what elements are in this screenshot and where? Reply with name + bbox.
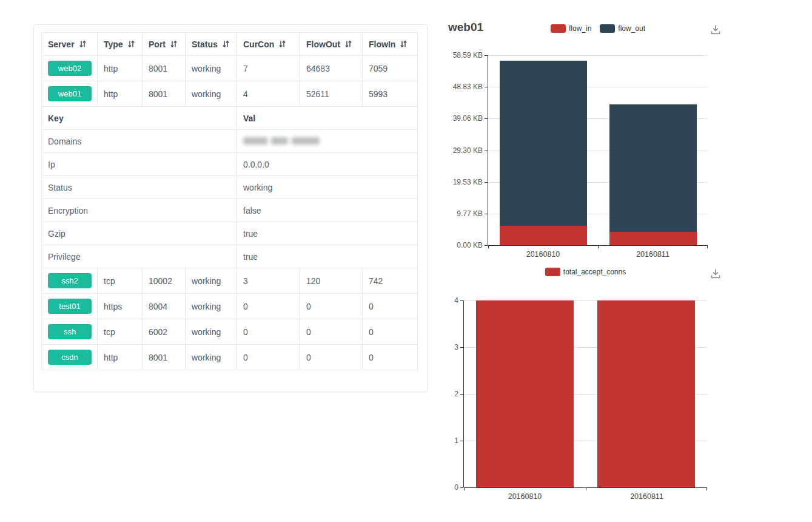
- cell-flowin: 742: [363, 268, 418, 294]
- sort-up-down-icon: [278, 40, 286, 48]
- cell-curcon: 0: [237, 345, 300, 370]
- table-header-row: ServerTypePortStatusCurConFlowOutFlowIn: [42, 33, 418, 56]
- cell-port: 8001: [143, 81, 186, 107]
- x-axis-tick: [464, 487, 465, 490]
- servers-table: ServerTypePortStatusCurConFlowOutFlowIn …: [41, 32, 418, 370]
- column-header-status[interactable]: Status: [186, 33, 237, 56]
- kv-row-domains: Domains: [42, 130, 418, 153]
- column-label: Type: [104, 39, 123, 49]
- cell-status: working: [186, 81, 237, 107]
- y-tick-label: 58.59 KB: [432, 51, 483, 59]
- sort-up-down-icon: [344, 40, 352, 48]
- kv-val: true: [237, 245, 418, 268]
- cell-curcon: 0: [237, 294, 300, 319]
- kv-key: Domains: [42, 130, 237, 153]
- cell-flowout: 52611: [300, 81, 363, 107]
- kv-val: [237, 130, 418, 153]
- y-tick-label: 1: [408, 436, 458, 445]
- server-badge[interactable]: web01: [48, 86, 92, 101]
- y-axis-tick: [460, 487, 463, 488]
- server-cell: ssh: [42, 319, 98, 345]
- kv-key: Encryption: [42, 199, 237, 222]
- column-header-curcon[interactable]: CurCon: [237, 33, 300, 56]
- cell-port: 8001: [143, 56, 186, 81]
- x-tick-label: 20160810: [488, 250, 598, 259]
- x-tick-label: 20160810: [464, 492, 586, 501]
- cell-curcon: 4: [237, 81, 300, 107]
- kv-key: Status: [42, 176, 237, 199]
- column-label: FlowOut: [306, 39, 340, 49]
- server-badge[interactable]: ssh2: [48, 273, 92, 288]
- legend-item-flow-in[interactable]: flow_in: [551, 24, 591, 33]
- y-tick-label: 2: [408, 390, 458, 398]
- kv-header-val: Val: [237, 107, 418, 130]
- server-badge[interactable]: test01: [48, 299, 92, 314]
- legend-item-total-accept-conns[interactable]: total_accept_conns: [545, 268, 626, 276]
- bar-flow_out-20160811: [609, 104, 697, 232]
- kv-val: 0.0.0.0: [237, 153, 418, 176]
- x-axis-tick: [586, 487, 586, 490]
- bar-total_accept_conns-20160810: [476, 300, 574, 487]
- kv-key: Gzip: [42, 222, 237, 245]
- y-tick-label: 19.53 KB: [432, 178, 483, 186]
- column-header-flowout[interactable]: FlowOut: [300, 33, 363, 56]
- cell-type: tcp: [98, 268, 143, 294]
- cell-flowout: 0: [300, 345, 363, 370]
- legend-label-flow-out: flow_out: [618, 24, 645, 33]
- kv-val: working: [237, 176, 418, 199]
- cell-flowin: 5993: [363, 81, 418, 107]
- column-label: Port: [149, 39, 166, 49]
- cell-flowin: 7059: [363, 56, 418, 81]
- kv-header-row: KeyVal: [42, 107, 418, 130]
- y-tick-label: 0.00 KB: [432, 241, 483, 249]
- server-cell: ssh2: [42, 268, 98, 294]
- flow-out-swatch: [600, 24, 615, 33]
- column-label: Status: [192, 39, 218, 49]
- cell-curcon: 3: [237, 268, 300, 294]
- y-axis-tick: [485, 245, 488, 246]
- server-badge[interactable]: ssh: [48, 324, 92, 339]
- legend-item-flow-out[interactable]: flow_out: [600, 24, 645, 33]
- chart1-legend: flow_in flow_out: [488, 24, 708, 33]
- y-tick-label: 3: [408, 343, 458, 351]
- column-label: Server: [48, 39, 75, 49]
- column-header-type[interactable]: Type: [98, 33, 143, 56]
- bar-total_accept_conns-20160811: [597, 300, 695, 487]
- bar-flow_in-20160810: [500, 226, 587, 245]
- cell-type: http: [98, 345, 143, 370]
- bar-flow_out-20160810: [500, 61, 587, 226]
- server-badge[interactable]: web02: [48, 61, 92, 76]
- server-row-ssh: sshtcp6002working000: [42, 319, 418, 345]
- y-axis-line: [488, 55, 488, 245]
- y-tick-label: 4: [408, 296, 458, 305]
- server-row-web01: web01http8001working4526115993: [42, 81, 418, 107]
- kv-val: false: [237, 199, 418, 222]
- cell-type: http: [98, 81, 143, 107]
- conns-chart-plot: 432102016081020160811: [464, 300, 707, 487]
- kv-header-key: Key: [42, 107, 237, 130]
- kv-key: Privilege: [42, 245, 237, 268]
- cell-port: 10002: [143, 268, 186, 294]
- server-row-test01: test01https8004working000: [42, 294, 418, 319]
- kv-key: Ip: [42, 153, 237, 176]
- y-tick-label: 0: [408, 483, 458, 492]
- download-icon[interactable]: [709, 267, 722, 280]
- cell-status: working: [186, 294, 237, 319]
- x-axis-tick: [707, 245, 708, 248]
- cell-type: https: [98, 294, 143, 319]
- column-header-port[interactable]: Port: [143, 33, 186, 56]
- cell-port: 8004: [143, 294, 186, 319]
- sort-up-down-icon: [400, 40, 408, 48]
- cell-status: working: [186, 268, 237, 294]
- cell-status: working: [186, 319, 237, 345]
- cell-type: http: [98, 56, 143, 81]
- cell-status: working: [186, 345, 237, 370]
- cell-curcon: 7: [237, 56, 300, 81]
- download-icon[interactable]: [709, 23, 722, 36]
- sort-up-down-icon: [79, 40, 87, 48]
- column-header-flowin[interactable]: FlowIn: [363, 33, 418, 56]
- grid-line: [488, 55, 708, 56]
- x-tick-label: 20160811: [598, 250, 708, 259]
- column-header-server[interactable]: Server: [42, 33, 98, 56]
- server-badge[interactable]: csdn: [48, 350, 92, 365]
